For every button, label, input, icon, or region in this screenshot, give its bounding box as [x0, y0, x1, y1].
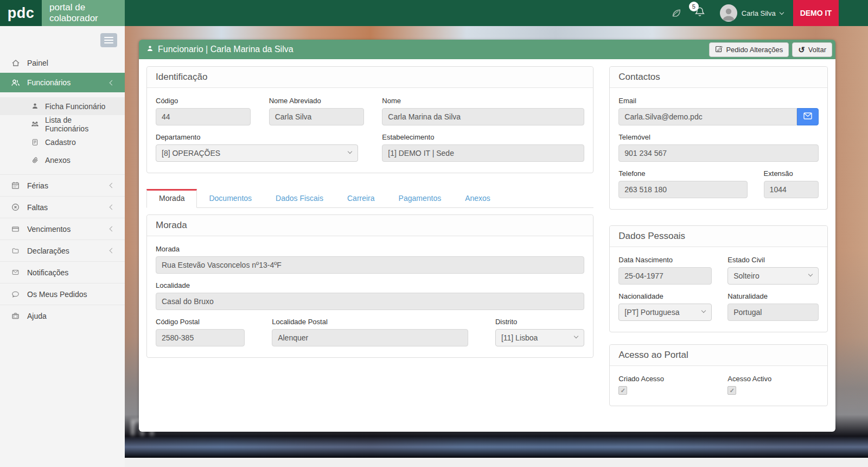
x-circle-icon [11, 203, 20, 211]
sidebar-item-label: Ajuda [27, 312, 47, 320]
data-nascimento-input[interactable] [618, 267, 711, 285]
edit-square-icon [715, 45, 723, 54]
data-nascimento-label: Data Nascimento [618, 256, 711, 264]
estado-civil-select[interactable]: Solteiro [727, 267, 819, 285]
paperclip-icon [31, 156, 39, 164]
tab-pagamentos[interactable]: Pagamentos [387, 189, 454, 208]
sidebar-item-ficha-funcionario[interactable]: Ficha Funcionário [0, 97, 125, 115]
person-icon [31, 103, 39, 110]
localidade-postal-input[interactable] [272, 329, 468, 346]
contactos-title: Contactos [610, 67, 827, 88]
naturalidade-label: Naturalidade [727, 292, 819, 300]
acesso-portal-panel: Acesso ao Portal Criado Acesso ✓ Acesso … [609, 344, 828, 406]
voltar-button[interactable]: ↺ Voltar [792, 42, 832, 57]
app-logo[interactable]: pdc [0, 0, 42, 26]
nome-input[interactable] [382, 108, 584, 125]
telefone-input[interactable] [618, 181, 748, 198]
users-icon [11, 78, 20, 87]
notification-count-badge: 5 [689, 2, 699, 11]
extensao-input[interactable] [764, 181, 819, 198]
check-mark-icon: ✓ [730, 387, 735, 394]
home-icon [11, 59, 20, 67]
brand-line2: colaborador [49, 13, 125, 24]
acesso-activo-checkbox[interactable]: ✓ [727, 386, 736, 395]
envelope-icon [803, 112, 812, 121]
sidebar-item-label: Notificações [27, 268, 68, 277]
brand-title: portal de colaborador [42, 0, 125, 26]
environment-badge[interactable]: DEMO IT [793, 0, 839, 26]
sidebar: Painel Funcionários Ficha Funcionário Li… [0, 26, 125, 467]
sidebar-toggle-row [0, 26, 125, 53]
brand-line1: portal de [49, 2, 125, 13]
pedido-alteracoes-button[interactable]: Pedido Alterações [709, 42, 789, 57]
sidebar-item-label: Lista de Funcionários [45, 116, 114, 133]
sidebar-item-faltas[interactable]: Faltas [0, 196, 125, 218]
codigo-postal-input[interactable] [156, 329, 245, 346]
departamento-select[interactable]: [8] OPERAÇÕES [156, 144, 358, 162]
localidade-postal-label: Localidade Postal [272, 318, 468, 326]
top-navbar: pdc portal de colaborador 5 Carla Silva … [0, 0, 868, 26]
dados-pessoais-body: Data Nascimento Estado Civil Solteiro [610, 247, 827, 332]
distrito-value: [11] Lisboa [501, 333, 538, 342]
sidebar-item-vencimentos[interactable]: Vencimentos [0, 218, 125, 239]
criado-acesso-label: Criado Acesso [618, 375, 711, 383]
sidebar-item-label: Férias [27, 181, 48, 190]
menu-toggle-button[interactable] [100, 33, 117, 47]
folder-icon [11, 247, 20, 254]
sidebar-item-painel[interactable]: Painel [0, 53, 125, 73]
chevron-down-icon [779, 10, 783, 14]
header-actions: Pedido Alterações ↺ Voltar [709, 42, 832, 57]
first-aid-icon [11, 312, 20, 320]
tab-dados-fiscais[interactable]: Dados Fiscais [264, 189, 335, 208]
chevron-down-icon [348, 149, 352, 154]
navbar-right: 5 Carla Silva DEMO IT [671, 0, 868, 26]
sidebar-item-label: Vencimentos [27, 225, 71, 234]
morada-input[interactable] [156, 256, 584, 274]
localidade-input[interactable] [156, 293, 584, 310]
sidebar-item-notificacoes[interactable]: Notificações [0, 261, 125, 283]
sidebar-item-ajuda[interactable]: Ajuda [0, 305, 125, 326]
nome-abreviado-input[interactable] [269, 108, 364, 125]
user-menu[interactable]: Carla Silva [720, 4, 783, 22]
notifications-bell-icon[interactable]: 5 [694, 6, 706, 20]
distrito-select[interactable]: [11] Lisboa [495, 329, 584, 346]
right-column: Contactos Email [609, 66, 828, 415]
tab-carreira[interactable]: Carreira [335, 189, 387, 208]
sidebar-item-label: Painel [27, 59, 48, 67]
telefone-label: Telefone [618, 169, 748, 178]
pedido-alteracoes-label: Pedido Alterações [726, 46, 783, 54]
email-input[interactable] [618, 108, 797, 125]
sidebar-item-label: Cadastro [45, 138, 76, 147]
sidebar-item-anexos[interactable]: Anexos [0, 151, 125, 169]
left-column: Identificação Código Nome Abreviado [146, 66, 593, 415]
leaf-icon[interactable] [671, 8, 682, 19]
chat-bubble-icon [11, 291, 20, 298]
send-email-button[interactable] [797, 108, 819, 125]
dados-pessoais-panel: Dados Pessoais Data Nascimento Estado Ci… [609, 225, 828, 332]
employee-card: Funcionario | Carla Marina da Silva Pedi… [139, 40, 835, 432]
page-title: Funcionario | Carla Marina da Silva [158, 45, 293, 54]
sidebar-item-os-meus-pedidos[interactable]: Os Meus Pedidos [0, 283, 125, 305]
departamento-label: Departamento [156, 133, 358, 141]
sidebar-item-cadastro[interactable]: Cadastro [0, 133, 125, 151]
sidebar-item-ferias[interactable]: Férias [0, 174, 125, 196]
estabelecimento-label: Estabelecimento [382, 133, 584, 141]
telemovel-input[interactable] [618, 144, 819, 162]
naturalidade-input[interactable] [727, 304, 819, 321]
chevron-down-icon [574, 334, 578, 338]
criado-acesso-checkbox[interactable]: ✓ [618, 386, 627, 395]
envelope-icon [11, 269, 20, 276]
sidebar-item-lista-funcionarios[interactable]: Lista de Funcionários [0, 115, 125, 133]
estabelecimento-input[interactable] [382, 144, 584, 162]
nacionalidade-select[interactable]: [PT] Portuguesa [618, 304, 711, 321]
tab-morada[interactable]: Morada [146, 189, 197, 208]
sidebar-item-funcionarios[interactable]: Funcionários [0, 73, 125, 92]
app-window: pdc portal de colaborador 5 Carla Silva … [0, 0, 868, 467]
codigo-input[interactable] [156, 108, 251, 125]
chevron-down-icon [808, 272, 813, 276]
tab-documentos[interactable]: Documentos [197, 189, 264, 208]
sidebar-item-declaracoes[interactable]: Declarações [0, 239, 125, 261]
user-name: Carla Silva [742, 9, 776, 17]
tab-anexos[interactable]: Anexos [453, 189, 502, 208]
card-body: Identificação Código Nome Abreviado [139, 59, 835, 432]
